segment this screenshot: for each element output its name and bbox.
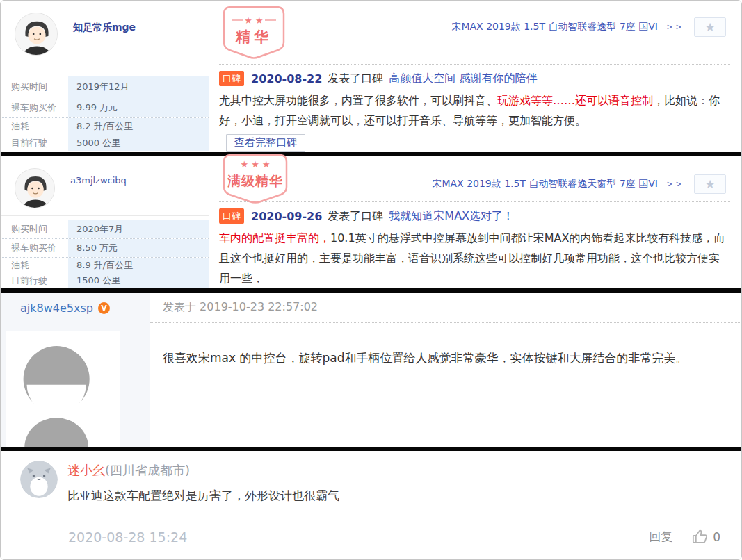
- favorite-star-button[interactable]: ★: [694, 174, 726, 194]
- post-content-panel: 发表于 2019-10-23 22:57:02 很喜欢宋max 的中控台，旋转p…: [150, 293, 741, 447]
- post-text: 很喜欢宋max 的中控台，旋转pad和手柄位置给人感觉非常豪华，实体按键和大屏结…: [150, 323, 741, 368]
- review2-model-link[interactable]: 宋MAX 2019款 1.5T 自动智联睿逸天窗型 7座 国VI: [432, 178, 658, 190]
- comment-date: 2020-08-28 15:24: [68, 529, 187, 545]
- info-value: 2020年7月: [68, 220, 209, 238]
- comment-name-row: 迷小幺(四川省成都市): [67, 462, 723, 479]
- post-avatar[interactable]: [6, 331, 120, 450]
- post-user-row: ajk8w4e5xsp V: [1, 293, 150, 323]
- cartoon-man-avatar-icon: [15, 169, 55, 208]
- info-value: 5000 公里: [68, 135, 209, 151]
- default-avatar-silhouette-icon: [6, 331, 120, 450]
- info-value: 9.99 万元: [68, 97, 209, 117]
- review1-header: ★ ★ 精华 宋MAX 2019款 1.5T 自动智联睿逸型 7座 国VI ＞＞…: [218, 1, 730, 65]
- review-card-2: a3mjlzwcibq 购买时间 2020年7月 裸车购买价 8.50 万元 油…: [1, 156, 741, 288]
- info-value: 8.2 升/百公里: [68, 118, 209, 135]
- cat-avatar-icon: [20, 461, 58, 498]
- review2-content-panel: ★ ★ ★ 满级精华 宋MAX 2019款 1.5T 自动智联睿逸天窗型 7座 …: [209, 156, 741, 288]
- info-label: 油耗: [1, 259, 68, 272]
- comment-footer: 2020-08-28 15:24 回复 0: [68, 528, 720, 545]
- view-full-review-button[interactable]: 查看完整口碑: [226, 134, 305, 152]
- review1-user-panel: 知足常乐mge 购买时间 2019年12月 裸车购买价 9.99 万元 油耗 8…: [1, 1, 209, 152]
- page: 知足常乐mge 购买时间 2019年12月 裸车购买价 9.99 万元 油耗 8…: [0, 0, 742, 560]
- comment-main: 迷小幺(四川省成都市) 比亚迪这款车配置绝对是厉害了，外形设计也很霸气: [67, 461, 723, 504]
- essence-stamp-icon: ★ ★ 精华: [222, 5, 286, 63]
- review2-info-table: 购买时间 2020年7月 裸车购买价 8.50 万元 油耗 8.9 升/百公里 …: [1, 216, 209, 288]
- info-row: 购买时间 2019年12月: [1, 76, 209, 97]
- verified-v-badge-icon[interactable]: V: [98, 302, 110, 314]
- info-row: 目前行驶 1500 公里: [1, 273, 209, 288]
- info-value: 8.9 升/百公里: [68, 258, 209, 273]
- review2-text-highlight: 车内的配置挺丰富的，: [219, 231, 330, 245]
- comment-location: (四川省成都市): [105, 463, 190, 477]
- info-value: 8.50 万元: [68, 239, 209, 257]
- like-count: 0: [713, 530, 720, 544]
- double-arrow-icon[interactable]: ＞＞: [665, 178, 683, 190]
- avatar[interactable]: [15, 13, 58, 56]
- post-username[interactable]: ajk8w4e5xsp: [20, 302, 93, 315]
- review1-username[interactable]: 知足常乐mge: [73, 22, 136, 34]
- reply-button[interactable]: 回复: [649, 529, 672, 545]
- koubei-badge: 口碑: [219, 71, 244, 86]
- comment-card: 迷小幺(四川省成都市) 比亚迪这款车配置绝对是厉害了，外形设计也很霸气 2020…: [1, 451, 741, 559]
- svg-text:★ ★: ★ ★: [244, 15, 263, 26]
- review1-title-row: 宋MAX 2019款 1.5T 自动智联睿逸型 7座 国VI ＞＞ ★: [218, 1, 730, 37]
- review1-text-pre: 尤其中控大屏功能很多，内置了很多软件，可以刷抖音、: [219, 94, 497, 107]
- post-user-panel: ajk8w4e5xsp V: [1, 293, 150, 447]
- like-button[interactable]: 0: [691, 528, 720, 545]
- svg-text:精华: 精华: [235, 28, 272, 45]
- info-label: 购买时间: [1, 223, 68, 236]
- svg-text:满级精华: 满级精华: [227, 173, 283, 188]
- comment-username[interactable]: 迷小幺: [67, 463, 105, 477]
- review1-title-link[interactable]: 高颜值大空间 感谢有你的陪伴: [389, 72, 537, 86]
- review2-text: 车内的配置挺丰富的，10.1英寸的悬浮式中控屏幕放到中间都让宋MAX的内饰看起来…: [219, 228, 729, 288]
- double-arrow-icon[interactable]: ＞＞: [665, 21, 683, 33]
- info-row: 油耗 8.2 升/百公里: [1, 118, 209, 135]
- review2-koubei-row: 口碑 2020-09-26 发表了口碑 我就知道宋MAX选对了！: [218, 208, 730, 224]
- info-label: 目前行驶: [1, 137, 68, 149]
- avatar[interactable]: [15, 168, 55, 208]
- forum-post-card: ajk8w4e5xsp V 发表于 2019-10-23 22:57:02 很喜…: [1, 293, 741, 447]
- review1-user-area: 知足常乐mge: [1, 1, 209, 72]
- review2-title-link[interactable]: 我就知道宋MAX选对了！: [389, 209, 514, 224]
- info-row: 目前行驶 5000 公里: [1, 135, 209, 151]
- info-row: 裸车购买价 8.50 万元: [1, 239, 209, 258]
- thumbs-up-icon: [691, 528, 709, 545]
- review2-header: ★ ★ ★ 满级精华 宋MAX 2019款 1.5T 自动智联睿逸天窗型 7座 …: [218, 156, 730, 202]
- review1-info-table: 购买时间 2019年12月 裸车购买价 9.99 万元 油耗 8.2 升/百公里…: [1, 72, 209, 151]
- info-row: 油耗 8.9 升/百公里: [1, 258, 209, 273]
- post-timestamp: 发表于 2019-10-23 22:57:02: [150, 293, 741, 323]
- info-label: 裸车购买价: [1, 242, 68, 254]
- review1-date: 2020-08-22: [251, 72, 322, 85]
- info-row: 裸车购买价 9.99 万元: [1, 97, 209, 118]
- info-label: 裸车购买价: [1, 101, 68, 114]
- info-label: 目前行驶: [1, 274, 68, 287]
- review1-koubei-row: 口碑 2020-08-22 发表了口碑 高颜值大空间 感谢有你的陪伴: [218, 71, 730, 86]
- cartoon-man-avatar-icon: [15, 13, 58, 56]
- review1-text: 尤其中控大屏功能很多，内置了很多软件，可以刷抖音、玩游戏等等……还可以语音控制，…: [219, 90, 729, 131]
- max-essence-stamp-icon: ★ ★ ★ 满级精华: [222, 154, 289, 208]
- review1-text-highlight: 玩游戏等等……还可以语音控制: [497, 94, 653, 107]
- review1-content-panel: ★ ★ 精华 宋MAX 2019款 1.5T 自动智联睿逸型 7座 国VI ＞＞…: [209, 1, 741, 152]
- favorite-star-button[interactable]: ★: [694, 17, 726, 37]
- comment-wrap: 迷小幺(四川省成都市) 比亚迪这款车配置绝对是厉害了，外形设计也很霸气: [20, 461, 723, 504]
- info-value: 1500 公里: [68, 273, 209, 288]
- info-label: 购买时间: [1, 81, 68, 93]
- review2-action-text: 发表了口碑: [328, 209, 383, 224]
- review1-action-text: 发表了口碑: [328, 72, 383, 86]
- comment-avatar[interactable]: [20, 461, 58, 498]
- review2-date: 2020-09-26: [251, 210, 322, 223]
- review2-user-area: a3mjlzwcibq: [1, 156, 209, 216]
- info-label: 油耗: [1, 120, 68, 133]
- comment-text: 比亚迪这款车配置绝对是厉害了，外形设计也很霸气: [67, 488, 723, 504]
- svg-text:★ ★ ★: ★ ★ ★: [240, 159, 270, 170]
- info-row: 购买时间 2020年7月: [1, 220, 209, 239]
- info-value: 2019年12月: [68, 76, 209, 97]
- review-card-1: 知足常乐mge 购买时间 2019年12月 裸车购买价 9.99 万元 油耗 8…: [1, 1, 741, 152]
- review2-title-row: 宋MAX 2019款 1.5T 自动智联睿逸天窗型 7座 国VI ＞＞ ★: [218, 156, 730, 194]
- review2-username[interactable]: a3mjlzwcibq: [70, 175, 127, 186]
- review1-model-link[interactable]: 宋MAX 2019款 1.5T 自动智联睿逸型 7座 国VI: [451, 21, 658, 33]
- review2-user-panel: a3mjlzwcibq 购买时间 2020年7月 裸车购买价 8.50 万元 油…: [1, 156, 209, 288]
- koubei-badge: 口碑: [219, 208, 244, 224]
